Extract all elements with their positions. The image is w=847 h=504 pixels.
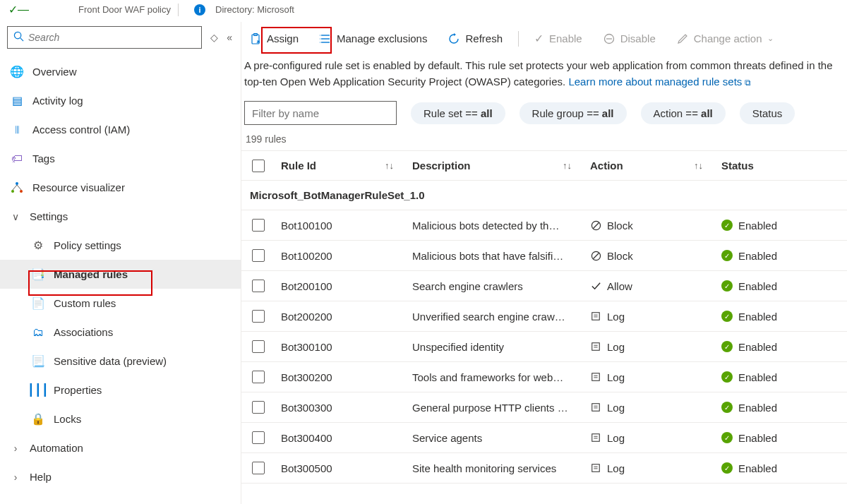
- sidebar-item-label: Activity log: [32, 95, 83, 107]
- svg-point-11: [320, 38, 320, 39]
- row-checkbox[interactable]: [252, 462, 265, 474]
- row-checkbox[interactable]: [252, 249, 265, 262]
- sidebar-item-custom-rules[interactable]: 📄 Custom rules: [0, 289, 241, 318]
- sidebar-group-help[interactable]: › Help: [0, 462, 241, 491]
- sidebar-group-automation[interactable]: › Automation: [0, 433, 241, 462]
- table-row[interactable]: Bot300400Service agentsLog✓Enabled: [241, 423, 847, 453]
- search-input[interactable]: [28, 32, 196, 43]
- table-row[interactable]: Bot300500Site health monitoring services…: [241, 453, 847, 484]
- filter-pill[interactable]: Action == all: [641, 102, 726, 124]
- enabled-icon: ✓: [721, 220, 733, 231]
- col-action[interactable]: Action↑↓: [584, 160, 716, 172]
- rule-action-cell: Log: [584, 462, 716, 474]
- filter-pill[interactable]: Rule group == all: [519, 102, 627, 124]
- check-icon: ✓—: [8, 3, 29, 16]
- table-row[interactable]: Bot300200Tools and frameworks for web…Lo…: [241, 362, 847, 392]
- enabled-icon: ✓: [721, 371, 733, 383]
- log-icon: ▤: [10, 94, 24, 108]
- filter-name-input[interactable]: [244, 101, 397, 125]
- toolbar-label: Refresh: [465, 32, 503, 44]
- people-icon: ⦀: [10, 123, 24, 137]
- toolbar: Assign Manage exclusions Refresh ✓: [241, 22, 847, 55]
- col-description[interactable]: Description↑↓: [407, 160, 584, 172]
- rule-desc-cell: Site health monitoring services: [407, 462, 584, 474]
- rule-status-cell: ✓Enabled: [716, 280, 847, 292]
- row-checkbox[interactable]: [252, 280, 265, 292]
- sidebar-item-sensitive-data[interactable]: 📃 Sensitive data (preview): [0, 347, 241, 376]
- filter-pill[interactable]: Status: [740, 102, 795, 124]
- sidebar-item-activity[interactable]: ▤ Activity log: [0, 86, 241, 115]
- enabled-icon: ✓: [721, 402, 733, 413]
- external-link-icon: ⧉: [745, 78, 751, 88]
- rule-group-header[interactable]: Microsoft_BotManagerRuleSet_1.0: [241, 181, 847, 210]
- rule-action-cell: Block: [584, 220, 716, 232]
- rule-desc-cell: Malicious bots detected by th…: [407, 220, 584, 232]
- manage-exclusions-button[interactable]: Manage exclusions: [314, 30, 433, 47]
- tag-icon: 🏷: [10, 152, 24, 166]
- divider: [518, 31, 519, 47]
- sidebar-item-label: Policy settings: [54, 239, 121, 251]
- chevron-down-icon: ∨: [10, 211, 21, 222]
- table-row[interactable]: Bot100200Malicious bots that have falsif…: [241, 241, 847, 271]
- expand-icon[interactable]: ◇: [210, 32, 218, 43]
- sidebar-group-settings[interactable]: ∨ Settings: [0, 202, 241, 231]
- refresh-button[interactable]: Refresh: [443, 30, 508, 47]
- sidebar-search[interactable]: [7, 26, 202, 49]
- table-row[interactable]: Bot300300General purpose HTTP clients …L…: [241, 392, 847, 423]
- log-icon: [590, 371, 601, 383]
- assign-button[interactable]: Assign: [244, 30, 304, 47]
- row-checkbox[interactable]: [252, 219, 265, 232]
- toolbar-label: Disable: [620, 32, 656, 44]
- sidebar-item-label: Tags: [32, 152, 55, 164]
- table-row[interactable]: Bot200200Unverified search engine craw…L…: [241, 301, 847, 332]
- rule-status-cell: ✓Enabled: [716, 250, 847, 262]
- rule-desc-cell: Search engine crawlers: [407, 280, 584, 292]
- row-checkbox[interactable]: [252, 371, 265, 383]
- sidebar-item-label: Overview: [32, 66, 77, 78]
- row-checkbox[interactable]: [252, 310, 265, 323]
- enabled-icon: ✓: [721, 280, 733, 292]
- rule-action-cell: Block: [584, 250, 716, 262]
- props-icon: ┃┃┃: [31, 383, 45, 397]
- row-checkbox[interactable]: [252, 401, 265, 414]
- col-rule-id[interactable]: Rule Id↑↓: [275, 160, 407, 172]
- filter-pill[interactable]: Rule set == all: [411, 102, 505, 124]
- sidebar-group-label: Automation: [30, 442, 83, 454]
- sidebar-item-managed-rules[interactable]: 📑 Managed rules: [0, 260, 241, 289]
- sidebar-item-label: Custom rules: [54, 297, 116, 309]
- row-checkbox[interactable]: [252, 340, 265, 353]
- sidebar-item-overview[interactable]: 🌐 Overview: [0, 57, 241, 86]
- table-row[interactable]: Bot300100Unspecified identityLog✓Enabled: [241, 332, 847, 362]
- sidebar-item-iam[interactable]: ⦀ Access control (IAM): [0, 115, 241, 144]
- sidebar-item-properties[interactable]: ┃┃┃ Properties: [0, 376, 241, 404]
- rule-desc-cell: General purpose HTTP clients …: [407, 402, 584, 414]
- sidebar-item-label: Locks: [54, 413, 81, 425]
- svg-point-3: [11, 190, 14, 193]
- svg-point-10: [320, 35, 320, 35]
- learn-more-link[interactable]: Learn more about managed rule sets⧉: [568, 76, 751, 88]
- rule-id-cell: Bot300300: [275, 402, 407, 414]
- row-checkbox[interactable]: [252, 431, 265, 444]
- log-icon: [590, 311, 601, 322]
- col-status[interactable]: Status: [716, 160, 847, 172]
- directory-label: Directory: Microsoft: [215, 4, 294, 15]
- collapse-icon[interactable]: «: [227, 32, 232, 43]
- sidebar-item-locks[interactable]: 🔒 Locks: [0, 404, 241, 433]
- rule-count: 199 rules: [241, 131, 847, 150]
- table-row[interactable]: Bot200100Search engine crawlersAllow✓Ena…: [241, 271, 847, 301]
- clipboard-icon: [250, 33, 261, 44]
- disable-button: Disable: [598, 30, 661, 47]
- sidebar-item-associations[interactable]: 🗂 Associations: [0, 318, 241, 347]
- svg-rect-19: [592, 313, 600, 320]
- sidebar-item-label: Resource visualizer: [32, 181, 125, 193]
- sidebar-item-tags[interactable]: 🏷 Tags: [0, 144, 241, 173]
- sidebar-item-visualizer[interactable]: Resource visualizer: [0, 173, 241, 202]
- enabled-icon: ✓: [721, 462, 733, 474]
- select-all-checkbox[interactable]: [252, 160, 265, 172]
- sidebar-item-policy-settings[interactable]: ⚙ Policy settings: [0, 231, 241, 260]
- enabled-icon: ✓: [721, 432, 733, 443]
- table-header: Rule Id↑↓ Description↑↓ Action↑↓ Status: [241, 151, 847, 181]
- check-icon: ✓: [534, 32, 543, 45]
- table-row[interactable]: Bot100100Malicious bots detected by th…B…: [241, 210, 847, 241]
- log-icon: [590, 462, 601, 474]
